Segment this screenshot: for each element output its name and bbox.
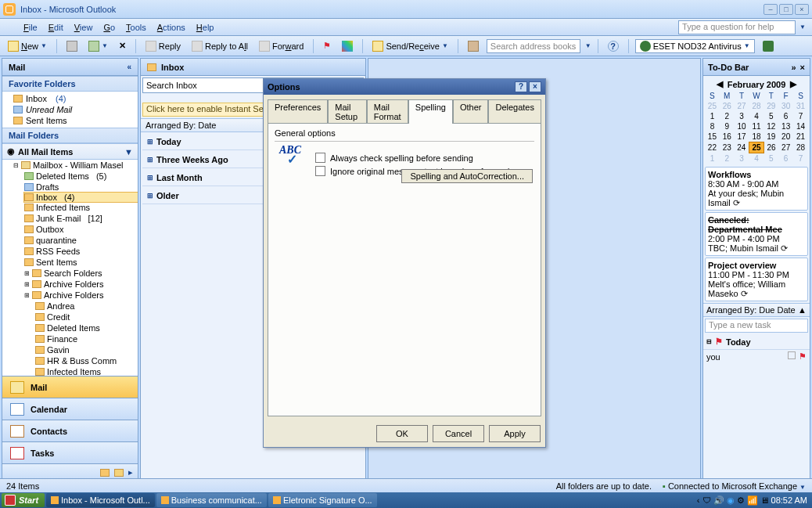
eset-shield-icon[interactable]	[760, 40, 777, 52]
cal-day-5[interactable]: 5	[763, 111, 778, 121]
cal-day-2[interactable]: 2	[720, 111, 735, 121]
spelling-autocorrection-button[interactable]: Spelling and AutoCorrection...	[401, 169, 533, 183]
always-check-spelling-option[interactable]: Always check spelling before sending	[315, 153, 534, 163]
cal-day-7[interactable]: 7	[793, 111, 808, 121]
todo-close-icon[interactable]: ×	[800, 63, 805, 72]
task-arranged-by[interactable]: Arranged By: Due Date▲	[703, 303, 810, 317]
menu-edit[interactable]: Edit	[44, 21, 68, 34]
cal-day-22[interactable]: 22	[705, 142, 720, 153]
favorite-folders-header[interactable]: Favorite Folders	[2, 76, 138, 92]
apply-button[interactable]: Apply	[489, 425, 541, 442]
cal-day-30[interactable]: 30	[778, 101, 793, 111]
subfolder-finance[interactable]: Finance	[35, 333, 138, 344]
cal-day-3[interactable]: 3	[735, 153, 749, 164]
task-group-today[interactable]: ⊟⚑Today	[703, 334, 810, 350]
new-task-input[interactable]: Type a new task	[705, 319, 808, 333]
fav-unread[interactable]: Unread Mail	[2, 104, 138, 115]
fav-sent[interactable]: Sent Items	[2, 115, 138, 126]
cal-day-18[interactable]: 18	[749, 132, 764, 142]
search-addressbook-input[interactable]: Search address books	[487, 39, 580, 53]
cal-day-16[interactable]: 16	[720, 132, 735, 142]
folder-search-folders[interactable]: ⊞Search Folders	[24, 268, 138, 279]
cal-day-23[interactable]: 23	[720, 142, 735, 153]
all-mail-items[interactable]: ◉All Mail Items▼	[2, 144, 138, 160]
folder-sent-items[interactable]: Sent Items	[24, 257, 138, 268]
todo-collapse-icon[interactable]: »	[791, 63, 796, 72]
dialog-close-button[interactable]: ×	[529, 81, 541, 92]
folder-drafts[interactable]: Drafts	[24, 182, 138, 193]
folder-inbox[interactable]: Inbox (4)	[23, 192, 138, 203]
tab-other[interactable]: Other	[453, 99, 489, 124]
cal-day-14[interactable]: 14	[793, 121, 808, 132]
folder-list-icon[interactable]	[100, 469, 110, 477]
nav-mail-button[interactable]: Mail	[2, 376, 138, 398]
taskbar-task[interactable]: Inbox - Microsoft Outl...	[46, 493, 155, 507]
flag-icon[interactable]: ⚑	[320, 40, 334, 52]
month-label[interactable]: February 2009	[728, 80, 786, 89]
cal-day-7[interactable]: 7	[793, 153, 808, 164]
folder-infected-items[interactable]: Infected Items	[24, 202, 138, 213]
help-dropdown-icon[interactable]: ▼	[799, 23, 806, 31]
appointment[interactable]: Project overview11:00 PM - 11:30 PMMelt'…	[705, 258, 808, 301]
appointment[interactable]: Canceled: Departmental Mee2:00 PM - 4:00…	[705, 212, 808, 256]
subfolder-andrea[interactable]: Andrea	[35, 301, 138, 312]
cal-day-17[interactable]: 17	[735, 132, 749, 142]
shortcuts-icon[interactable]	[114, 469, 124, 477]
menu-actions[interactable]: Actions	[153, 21, 190, 34]
nav-collapse-icon[interactable]: «	[127, 63, 131, 71]
cal-day-1[interactable]: 1	[705, 111, 720, 121]
reply-all-button[interactable]: Reply to All	[189, 40, 251, 52]
close-button[interactable]: ×	[795, 4, 809, 15]
cal-day-21[interactable]: 21	[793, 132, 808, 142]
print-button[interactable]	[63, 40, 81, 52]
folder-outbox[interactable]: Outbox	[24, 224, 138, 235]
cal-day-8[interactable]: 8	[705, 121, 720, 132]
delete-button[interactable]: ✕	[116, 40, 129, 52]
cal-day-20[interactable]: 20	[778, 132, 793, 142]
fav-inbox[interactable]: Inbox (4)	[2, 93, 138, 104]
cal-day-4[interactable]: 4	[749, 111, 764, 121]
cal-day-6[interactable]: 6	[778, 111, 793, 121]
cal-day-4[interactable]: 4	[749, 153, 764, 164]
cal-day-28[interactable]: 28	[793, 142, 808, 153]
reply-button[interactable]: Reply	[142, 40, 184, 52]
folder-junk-e-mail[interactable]: Junk E-mail [12]	[24, 213, 138, 224]
nav-tasks-button[interactable]: Tasks	[2, 441, 138, 463]
connection-status[interactable]: ▪ Connected to Microsoft Exchange ▼	[663, 481, 806, 491]
nav-more-icon[interactable]: ▸	[128, 467, 133, 477]
tab-mail-format[interactable]: Mail Format	[367, 99, 408, 124]
subfolder-deleted-items[interactable]: Deleted Items	[35, 322, 138, 333]
appointment[interactable]: Workflows8:30 AM - 9:00 AMAt your desk; …	[705, 167, 808, 211]
maximize-button[interactable]: □	[779, 4, 793, 15]
tab-delegates[interactable]: Delegates	[488, 99, 541, 124]
prev-month-icon[interactable]: ◀	[717, 79, 723, 89]
cal-day-26[interactable]: 26	[763, 142, 778, 153]
dialog-help-button[interactable]: ?	[515, 81, 527, 92]
checkbox-ignore-original[interactable]	[315, 166, 325, 176]
checkbox-always-check[interactable]	[315, 153, 325, 163]
cal-day-27[interactable]: 27	[778, 142, 793, 153]
cal-day-5[interactable]: 5	[763, 153, 778, 164]
menu-go[interactable]: Go	[99, 21, 120, 34]
cal-day-28[interactable]: 28	[749, 101, 764, 111]
subfolder-infected-items[interactable]: Infected Items	[35, 366, 138, 376]
search-ab-dropdown[interactable]: ▼	[585, 42, 591, 49]
cal-day-1[interactable]: 1	[705, 153, 720, 164]
menu-file[interactable]: File	[19, 21, 42, 34]
cal-day-13[interactable]: 13	[778, 121, 793, 132]
app-menu-icon[interactable]	[6, 22, 17, 33]
cal-day-15[interactable]: 15	[705, 132, 720, 142]
folder-archive-folders[interactable]: ⊞Archive Folders	[24, 279, 138, 290]
subfolder-gavin[interactable]: Gavin	[35, 344, 138, 355]
send-receive-button[interactable]: Send/Receive▼	[369, 40, 451, 52]
menu-help[interactable]: Help	[192, 21, 219, 34]
tab-preferences[interactable]: Preferences	[268, 99, 328, 124]
system-tray[interactable]: ‹🛡🔊◉⚙📶🖥 08:52 AM	[694, 495, 810, 506]
nav-calendar-button[interactable]: Calendar	[2, 398, 138, 420]
new-button[interactable]: New▼	[5, 40, 50, 52]
start-button[interactable]: Start	[2, 493, 45, 507]
forward-button[interactable]: Forward	[256, 40, 307, 52]
tab-spelling[interactable]: Spelling	[408, 99, 453, 124]
mailbox-root[interactable]: ⊟Mailbox - William Masel	[13, 160, 138, 171]
dialog-title-bar[interactable]: Options ?×	[264, 79, 545, 95]
